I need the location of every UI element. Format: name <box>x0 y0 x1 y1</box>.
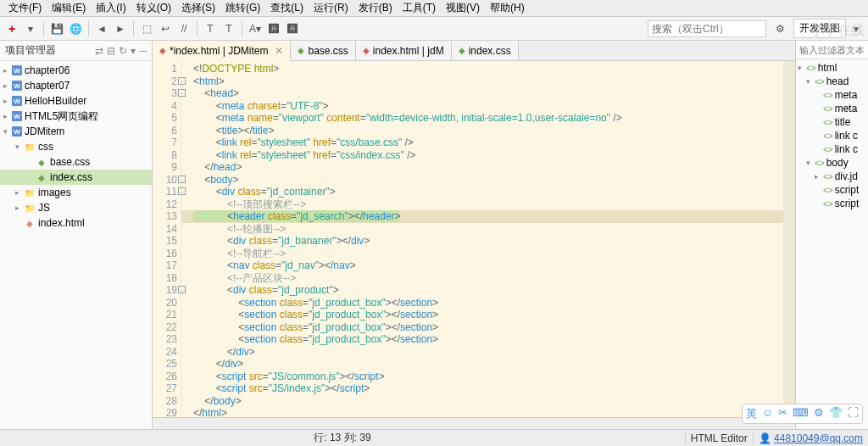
fold-icon[interactable]: - <box>178 77 186 85</box>
fold-icon[interactable]: - <box>178 187 186 195</box>
fold-icon[interactable]: - <box>178 286 186 293</box>
forward-icon[interactable]: ► <box>112 20 129 37</box>
outline-item[interactable]: ▾<>head <box>796 75 868 88</box>
menu-item[interactable]: 转义(O) <box>131 0 176 17</box>
tree-item[interactable]: ▸📁images <box>0 185 152 200</box>
ime-icon[interactable]: ✂ <box>778 406 787 421</box>
text-icon[interactable]: T <box>202 20 219 37</box>
menu-item[interactable]: 查找(L) <box>265 0 309 17</box>
menu-item[interactable]: 发行(B) <box>353 0 398 17</box>
separator <box>88 21 89 36</box>
menu-item[interactable]: 跳转(G) <box>220 0 265 17</box>
menu-item[interactable]: 选择(S) <box>176 0 220 17</box>
editor-tab[interactable]: ◆*index.html | JDMitem✕ <box>153 41 291 61</box>
comment-icon[interactable]: // <box>175 20 192 37</box>
tree-item[interactable]: ◆base.css <box>0 154 152 170</box>
outline-search <box>796 41 868 59</box>
outline-item[interactable]: <>meta <box>796 102 868 115</box>
ime-icon[interactable]: ☺ <box>762 406 773 421</box>
outline-item[interactable]: <>link c <box>796 142 868 156</box>
menu-item[interactable]: 文件(F) <box>3 0 47 17</box>
browser-icon[interactable]: 🌐 <box>67 20 84 37</box>
statusbar: 行: 13 列: 39 HTML Editor 👤 44810049@qq.co… <box>0 429 868 446</box>
wrap-icon[interactable]: ↩ <box>157 20 174 37</box>
ime-icon[interactable]: ⚙ <box>814 406 824 421</box>
outline-item[interactable]: ▸<>div.jd <box>796 170 868 183</box>
outline-item[interactable]: <>link c <box>796 129 868 142</box>
outline-item[interactable]: <>title <box>796 115 868 129</box>
line-gutter: 12-3-45678910-11-1213141516171819-202122… <box>153 61 181 417</box>
ime-toolbar: 英☺✂⌨⚙👕⛶ <box>742 404 863 424</box>
menu-item[interactable]: 运行(R) <box>309 0 353 17</box>
code-content[interactable]: <!DOCTYPE html><html> <head> <meta chars… <box>181 61 783 417</box>
sidebar-header: 项目管理器 ⇄ ⊟ ↻ ▾ ─ <box>0 41 152 61</box>
fold-icon[interactable]: - <box>178 89 186 97</box>
project-tree: ▸Wchapter06▸Wchapter07▸WHelloHBuilder▸WH… <box>0 61 152 429</box>
vertical-scrollbar[interactable] <box>783 61 795 417</box>
tree-item[interactable]: ▸Wchapter06 <box>0 63 152 78</box>
separator <box>43 21 44 36</box>
account[interactable]: 👤 44810049@qq.com <box>753 432 868 444</box>
config-icon[interactable]: ⚙ <box>771 20 788 37</box>
search-input[interactable] <box>648 20 766 37</box>
editor-tab[interactable]: ◆index.css <box>452 41 519 60</box>
tree-item[interactable]: ▸WHTML5网页编程 <box>0 109 152 124</box>
new-button[interactable]: + <box>3 20 20 37</box>
menu-icon[interactable]: ▾ <box>131 45 136 57</box>
tree-item[interactable]: ◆index.html <box>0 215 152 231</box>
separator <box>133 21 134 36</box>
back-icon[interactable]: ◄ <box>93 20 110 37</box>
separator <box>197 21 198 36</box>
save-icon[interactable]: 💾 <box>48 20 65 37</box>
editor-tab[interactable]: ◆base.css <box>291 41 355 60</box>
ime-icon[interactable]: ⛶ <box>848 406 859 421</box>
editor-tabs: ◆*index.html | JDMitem✕◆base.css◆index.h… <box>153 41 795 61</box>
ime-icon[interactable]: 👕 <box>829 406 843 421</box>
tag-icon[interactable]: ⬚ <box>138 20 155 37</box>
code-editor[interactable]: 12-3-45678910-11-1213141516171819-202122… <box>153 61 795 417</box>
tree-item[interactable]: ▸📁JS <box>0 200 152 215</box>
outline-item[interactable]: ▾<>html <box>796 61 868 75</box>
tree-item[interactable]: ◆index.css <box>0 170 152 185</box>
menu-item[interactable]: 视图(V) <box>441 0 485 17</box>
font2-icon[interactable]: 🅰 <box>284 20 301 37</box>
menu-item[interactable]: 工具(T) <box>398 0 441 17</box>
view-mode-button[interactable]: 开发视图 <box>793 19 846 38</box>
font-icon[interactable]: 🅰 <box>265 20 282 37</box>
outline-item[interactable]: <>script <box>796 183 868 197</box>
menubar: 文件(F)编辑(E)插入(I)转义(O)选择(S)跳转(G)查找(L)运行(R)… <box>0 0 868 17</box>
menu-item[interactable]: 帮助(H) <box>485 0 530 17</box>
ime-icon[interactable]: ⌨ <box>793 406 809 421</box>
minimize-icon[interactable]: ─ <box>139 45 147 57</box>
outline-item[interactable]: ▾<>body <box>796 156 868 170</box>
outline-tree: ▾<>html▾<>head<>meta<>meta<>title<>link … <box>796 59 868 429</box>
ime-icon[interactable]: 英 <box>746 406 757 421</box>
link-icon[interactable]: ⇄ <box>95 45 103 57</box>
email-link[interactable]: 44810049@qq.com <box>774 432 863 444</box>
close-icon[interactable]: ✕ <box>275 45 283 57</box>
tree-item[interactable]: ▸Wchapter07 <box>0 78 152 93</box>
toolbar: + ▾ 💾 🌐 ◄ ► ⬚ ↩ // T T A▾ 🅰 🅰 ⚙ 开发视图 ▾ <box>0 17 868 41</box>
tree-item[interactable]: ▾📁css <box>0 139 152 154</box>
main-area: 项目管理器 ⇄ ⊟ ↻ ▾ ─ ▸Wchapter06▸Wchapter07▸W… <box>0 41 868 429</box>
menu-item[interactable]: 编辑(E) <box>47 0 91 17</box>
text2-icon[interactable]: T <box>220 20 237 37</box>
more-icon[interactable]: ▾ <box>848 20 865 37</box>
tree-item[interactable]: ▸WHelloHBuilder <box>0 93 152 109</box>
dropdown-icon[interactable]: ▾ <box>22 20 39 37</box>
outline-item[interactable]: <>script <box>796 197 868 210</box>
tree-item[interactable]: ▾WJDMitem <box>0 124 152 139</box>
outline-item[interactable]: <>meta <box>796 88 868 102</box>
settings-icon[interactable]: A▾ <box>247 20 264 37</box>
fold-icon[interactable]: - <box>178 176 186 183</box>
outline-filter-input[interactable] <box>796 41 868 59</box>
collapse-icon[interactable]: ⊟ <box>107 45 115 57</box>
search-box <box>648 20 766 37</box>
sidebar-title: 项目管理器 <box>5 43 56 58</box>
horizontal-scrollbar[interactable] <box>153 417 795 429</box>
menu-item[interactable]: 插入(I) <box>91 0 131 17</box>
project-explorer: 项目管理器 ⇄ ⊟ ↻ ▾ ─ ▸Wchapter06▸Wchapter07▸W… <box>0 41 153 429</box>
editor-mode: HTML Editor <box>685 432 753 444</box>
refresh-icon[interactable]: ↻ <box>119 45 127 57</box>
editor-tab[interactable]: ◆index.html | jdM <box>356 41 452 60</box>
